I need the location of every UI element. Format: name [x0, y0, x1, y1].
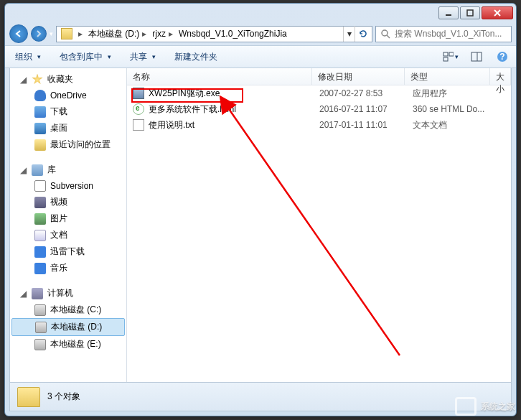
refresh-button[interactable] [355, 26, 370, 42]
sidebar-item-documents[interactable]: 文档 [10, 227, 126, 243]
preview-pane-button[interactable] [469, 49, 484, 65]
view-options-button[interactable]: ▾ [443, 49, 459, 65]
forward-button[interactable] [31, 26, 47, 42]
svg-text:?: ? [499, 52, 504, 62]
breadcrumb-2[interactable]: rjxz▸ [149, 27, 176, 42]
breadcrumb-3[interactable]: Wnsbqd_V1.0_XiTongZhiJia [176, 27, 290, 42]
new-folder-button[interactable]: 新建文件夹 [170, 50, 222, 65]
sidebar-item-music[interactable]: 音乐 [10, 260, 126, 276]
col-size[interactable]: 大小 [490, 68, 511, 85]
sidebar-item-downloads[interactable]: 下载 [10, 103, 126, 120]
sidebar-item-label: 音乐 [50, 262, 67, 274]
file-date: 2017-01-11 11:01 [314, 120, 407, 130]
watermark-logo-icon [455, 397, 477, 416]
col-type[interactable]: 类型 [405, 68, 490, 85]
sidebar-item-xunlei[interactable]: 迅雷下载 [10, 243, 126, 260]
sidebar-item-onedrive[interactable]: OneDrive [10, 88, 126, 103]
col-date[interactable]: 修改日期 [312, 68, 405, 85]
address-dropdown-icon[interactable]: ▾ [343, 27, 355, 42]
file-row[interactable]: 使用说明.txt 2017-01-11 11:01 文本文档 [127, 117, 511, 133]
sidebar-libraries: ◢库 Subversion 视频 图片 文档 迅雷下载 音乐 [10, 159, 126, 282]
crumb-label: rjxz [152, 29, 166, 39]
sidebar-item-label: Subversion [50, 181, 93, 191]
share-button[interactable]: 共享 [126, 50, 160, 65]
back-button[interactable] [9, 24, 28, 43]
sidebar-item-label: 桌面 [50, 122, 67, 134]
sidebar-label: 计算机 [47, 287, 73, 299]
drive-icon [34, 339, 46, 350]
svn-icon [34, 180, 46, 192]
download-icon [34, 106, 46, 118]
search-input[interactable] [395, 29, 507, 39]
cloud-icon [34, 90, 46, 101]
sidebar-head-computer[interactable]: ◢计算机 [10, 285, 126, 302]
nav-dropdown-icon[interactable]: ▾ [50, 30, 53, 37]
minimize-button[interactable] [438, 6, 459, 19]
sidebar-item-label: 图片 [50, 213, 67, 225]
file-row[interactable]: 更多系统软件下载.html 2016-07-21 11:07 360 se HT… [127, 101, 511, 117]
organize-button[interactable]: 组织 [11, 50, 45, 65]
svg-rect-6 [443, 52, 448, 56]
sidebar-item-recent[interactable]: 最近访问的位置 [10, 136, 126, 153]
maximize-button[interactable] [460, 6, 480, 19]
explorer-window: ▾ ▸ 本地磁盘 (D:)▸ rjxz▸ Wnsbqd_V1.0_XiTongZ… [4, 3, 517, 416]
breadcrumb-1[interactable]: 本地磁盘 (D:)▸ [85, 27, 149, 42]
address-bar[interactable]: ▸ 本地磁盘 (D:)▸ rjxz▸ Wnsbqd_V1.0_XiTongZhi… [56, 26, 372, 42]
sidebar-item-subversion[interactable]: Subversion [10, 178, 126, 194]
sidebar-item-label: 本地磁盘 (D:) [51, 321, 102, 333]
svg-line-13 [227, 107, 400, 355]
sidebar-item-label: 迅雷下载 [50, 246, 85, 258]
drive-icon [34, 304, 46, 316]
close-button[interactable] [482, 6, 513, 19]
txt-icon [133, 119, 144, 131]
body: ◢收藏夹 OneDrive 下载 桌面 最近访问的位置 ◢库 Subversio… [9, 68, 512, 383]
drive-icon [35, 322, 47, 333]
svg-rect-7 [449, 52, 454, 56]
xunlei-icon [34, 246, 46, 258]
sidebar-item-videos[interactable]: 视频 [10, 194, 126, 210]
file-date: 2007-02-27 8:53 [314, 88, 407, 98]
video-icon [34, 197, 46, 208]
document-icon [34, 230, 46, 241]
help-button[interactable]: ? [494, 49, 510, 65]
sidebar-item-drive-e[interactable]: 本地磁盘 (E:) [10, 336, 126, 353]
breadcrumb-sep[interactable]: ▸ [75, 27, 85, 42]
titlebar[interactable] [5, 4, 516, 22]
sidebar-item-drive-d[interactable]: 本地磁盘 (D:) [11, 318, 125, 336]
sidebar-item-desktop[interactable]: 桌面 [10, 120, 126, 136]
file-type: 360 se HTML Do... [407, 104, 493, 114]
star-icon [32, 74, 43, 85]
sidebar-computer: ◢计算机 本地磁盘 (C:) 本地磁盘 (D:) 本地磁盘 (E:) [10, 282, 126, 358]
svg-line-5 [387, 35, 390, 38]
sidebar[interactable]: ◢收藏夹 OneDrive 下载 桌面 最近访问的位置 ◢库 Subversio… [10, 68, 127, 382]
watermark: 系统之家 [455, 397, 515, 416]
column-headers: 名称 修改日期 类型 大小 [127, 68, 511, 85]
sidebar-item-label: 本地磁盘 (E:) [50, 338, 101, 350]
sidebar-item-label: OneDrive [50, 90, 87, 101]
sidebar-item-pictures[interactable]: 图片 [10, 210, 126, 227]
col-name[interactable]: 名称 [127, 68, 312, 85]
file-row[interactable]: XW25PIN驱动.exe 2007-02-27 8:53 应用程序 [127, 85, 511, 101]
computer-icon [32, 288, 43, 299]
folder-icon [17, 387, 40, 407]
file-list[interactable]: 名称 修改日期 类型 大小 XW25PIN驱动.exe 2007-02-27 8… [127, 68, 511, 382]
sidebar-item-label: 本地磁盘 (C:) [50, 304, 101, 316]
collapse-icon: ◢ [20, 289, 27, 299]
drive-icon [61, 28, 72, 39]
search-box[interactable] [375, 26, 512, 42]
status-text: 3 个对象 [47, 391, 80, 403]
watermark-text: 系统之家 [481, 401, 515, 413]
sidebar-head-favorites[interactable]: ◢收藏夹 [10, 71, 126, 88]
sidebar-favorites: ◢收藏夹 OneDrive 下载 桌面 最近访问的位置 [10, 68, 126, 159]
exe-icon [133, 88, 144, 99]
html-icon [133, 103, 144, 115]
crumb-label: 本地磁盘 (D:) [88, 28, 139, 40]
sidebar-item-label: 下载 [50, 106, 67, 118]
desktop-icon [34, 123, 46, 134]
sidebar-item-label: 最近访问的位置 [50, 139, 111, 151]
sidebar-item-drive-c[interactable]: 本地磁盘 (C:) [10, 302, 126, 318]
music-icon [34, 263, 46, 274]
collapse-icon: ◢ [20, 165, 27, 175]
include-library-button[interactable]: 包含到库中 [55, 50, 116, 65]
sidebar-head-libraries[interactable]: ◢库 [10, 162, 126, 178]
